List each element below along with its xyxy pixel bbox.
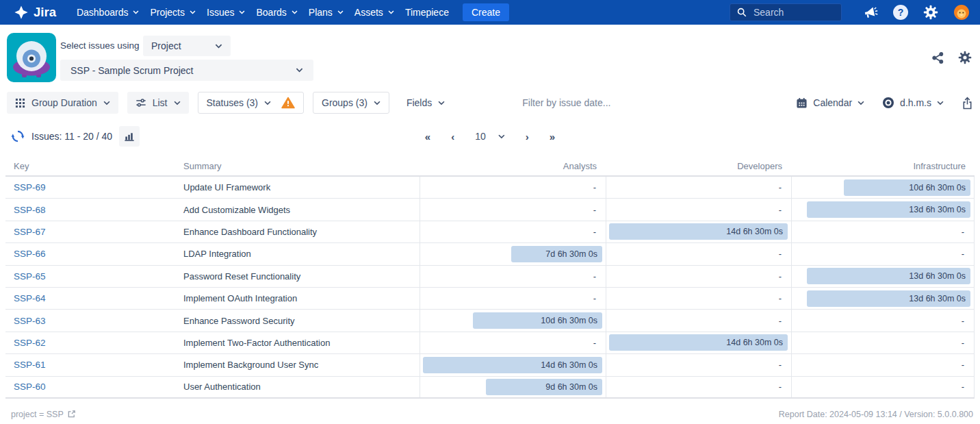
column-header-summary[interactable]: Summary <box>183 161 420 171</box>
developers-cell: - <box>606 266 791 287</box>
summary-cell: Update UI Framework <box>183 177 420 198</box>
key-cell: SSP-67 <box>5 221 183 242</box>
help-icon[interactable]: ? <box>893 5 908 20</box>
infrastructure-cell: - <box>791 377 975 397</box>
developers-cell: - <box>606 354 791 375</box>
statuses-filter-button[interactable]: Statuses (3) <box>198 92 304 114</box>
issue-key-link[interactable]: SSP-60 <box>14 382 46 392</box>
page-size-select[interactable]: 10 <box>475 131 505 142</box>
share-icon[interactable] <box>931 51 944 64</box>
app-monster-icon <box>7 33 56 82</box>
key-cell: SSP-62 <box>5 332 183 353</box>
developers-cell: - <box>606 199 791 220</box>
key-cell: SSP-63 <box>5 310 183 331</box>
calendar-view-button[interactable]: Calendar <box>796 97 864 109</box>
duration-bar: 14d 6h 30m 0s <box>423 357 602 373</box>
menu-issues[interactable]: Issues <box>201 0 250 25</box>
analysts-cell: 10d 6h 30m 0s <box>420 310 606 331</box>
summary-cell: Implement Two-Factor Authentication <box>183 332 420 353</box>
column-header-infrastructure[interactable]: Infrastructure <box>791 161 975 171</box>
view-list-button[interactable]: List <box>127 92 189 114</box>
grid-icon <box>15 98 25 108</box>
external-link-icon[interactable] <box>67 410 76 419</box>
footer-report-info: Report Date: 2024-05-09 13:14 / Version:… <box>779 410 973 419</box>
search-icon <box>736 7 747 18</box>
settings-icon[interactable] <box>923 5 938 20</box>
group-duration-button[interactable]: Group Duration <box>7 92 118 114</box>
key-cell: SSP-69 <box>5 177 183 198</box>
issue-key-link[interactable]: SSP-65 <box>14 271 46 282</box>
jira-logo-icon <box>14 5 29 20</box>
developers-cell: - <box>606 288 791 309</box>
brand-text: Jira <box>34 5 56 20</box>
header-actions <box>931 51 972 64</box>
create-button[interactable]: Create <box>463 3 509 21</box>
fields-button[interactable]: Fields <box>398 92 453 114</box>
menu-dashboards[interactable]: Dashboards <box>71 0 145 25</box>
developers-cell: - <box>606 377 791 397</box>
duration-bar: 13d 6h 30m 0s <box>807 268 970 284</box>
footer: project = SSP Report Date: 2024-05-09 13… <box>0 399 980 419</box>
summary-cell: User Authentication <box>183 377 420 397</box>
developers-cell: - <box>606 177 791 198</box>
main-menu: Dashboards Projects Issues Boards Plans … <box>71 0 454 25</box>
project-select[interactable]: SSP - Sample Scrum Project <box>60 60 313 81</box>
duration-format-button[interactable]: d.h.m.s <box>882 97 944 109</box>
chevron-down-icon <box>174 101 181 105</box>
issue-key-link[interactable]: SSP-68 <box>14 205 46 215</box>
chart-view-button[interactable] <box>119 126 140 147</box>
export-button[interactable] <box>962 97 973 110</box>
issue-key-link[interactable]: SSP-63 <box>14 316 46 326</box>
issue-key-link[interactable]: SSP-64 <box>14 293 46 303</box>
issue-key-link[interactable]: SSP-66 <box>14 249 46 259</box>
toolbar-right: Calendar d.h.m.s <box>778 97 973 110</box>
prev-page-button[interactable]: ‹ <box>451 131 454 142</box>
chevron-down-icon <box>858 101 864 105</box>
results-bar: Issues: 11 - 20 / 40 « ‹ 10 › » <box>0 125 980 148</box>
issue-date-filter-input[interactable]: Filter by issue date... <box>522 97 610 108</box>
summary-cell: Add Customizable Widgets <box>183 199 420 220</box>
key-cell: SSP-61 <box>5 354 183 375</box>
menu-assets[interactable]: Assets <box>349 0 400 25</box>
table-row: SSP-68Add Customizable Widgets--13d 6h 3… <box>5 199 975 221</box>
chevron-down-icon <box>292 10 298 14</box>
announcements-icon[interactable] <box>863 5 878 19</box>
groups-filter-button[interactable]: Groups (3) <box>313 92 389 114</box>
navbar-right: Search ? <box>730 3 977 21</box>
menu-timepiece[interactable]: Timepiece <box>400 0 454 25</box>
issue-key-link[interactable]: SSP-62 <box>14 338 46 348</box>
menu-projects[interactable]: Projects <box>144 0 201 25</box>
summary-cell: Implement OAuth Integration <box>183 288 420 309</box>
user-avatar[interactable] <box>953 4 970 21</box>
menu-plans[interactable]: Plans <box>303 0 349 25</box>
table-row: SSP-69Update UI Framework--10d 6h 30m 0s <box>5 177 975 199</box>
last-page-button[interactable]: » <box>550 131 555 142</box>
summary-cell: Password Reset Functionality <box>183 266 420 287</box>
column-header-key[interactable]: Key <box>5 161 183 171</box>
key-cell: SSP-60 <box>5 377 183 397</box>
toolbar: Group Duration List Statuses (3) Groups … <box>7 92 973 114</box>
chevron-down-icon <box>374 101 381 105</box>
table-row: SSP-67Enhance Dashboard Functionality-14… <box>5 221 975 243</box>
jira-logo[interactable]: Jira <box>14 5 56 20</box>
first-page-button[interactable]: « <box>425 131 430 142</box>
issue-source-select[interactable]: Project <box>143 36 231 56</box>
infrastructure-cell: - <box>791 354 975 375</box>
gear-icon[interactable] <box>958 51 972 64</box>
issue-key-link[interactable]: SSP-61 <box>14 360 46 370</box>
duration-bar: 14d 6h 30m 0s <box>609 334 788 351</box>
column-header-developers[interactable]: Developers <box>606 161 791 171</box>
refresh-icon[interactable] <box>11 129 25 143</box>
duration-bar: 9d 6h 30m 0s <box>486 379 602 395</box>
issue-key-link[interactable]: SSP-69 <box>14 182 46 192</box>
menu-boards[interactable]: Boards <box>250 0 302 25</box>
column-header-analysts[interactable]: Analysts <box>420 161 606 171</box>
sliders-icon <box>136 97 146 108</box>
search-input[interactable]: Search <box>730 3 842 21</box>
chevron-down-icon <box>239 10 245 14</box>
chevron-down-icon <box>264 101 271 105</box>
duration-bar: 10d 6h 30m 0s <box>844 179 970 196</box>
chevron-down-icon <box>937 101 944 105</box>
issue-key-link[interactable]: SSP-67 <box>14 227 46 237</box>
next-page-button[interactable]: › <box>526 131 529 142</box>
